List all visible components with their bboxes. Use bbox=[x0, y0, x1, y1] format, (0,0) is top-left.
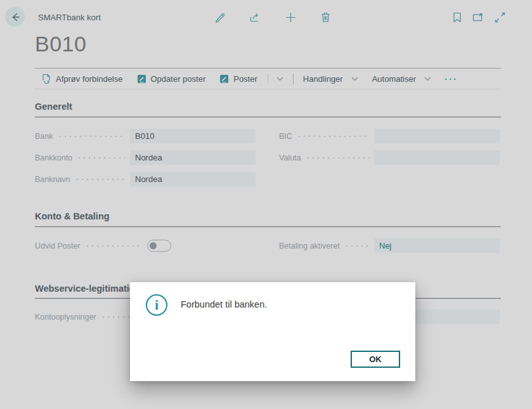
open-in-window-icon[interactable] bbox=[472, 11, 484, 23]
dialog-message: Forbundet til banken. bbox=[181, 299, 267, 309]
betaling-aktiveret-label: Betaling aktiveret bbox=[279, 242, 340, 250]
delete-trash-icon[interactable] bbox=[319, 11, 332, 23]
smartbank-card-page: SMARTbank kort B010 Afprøv forbindelse bbox=[0, 0, 532, 409]
dotted-leader bbox=[79, 157, 125, 159]
udvid-poster-toggle[interactable] bbox=[147, 240, 171, 252]
banknavn-label: Banknavn bbox=[35, 175, 70, 184]
field-row-bank: Bank B010 bbox=[35, 129, 256, 143]
info-dialog: i Forbundet til banken. OK bbox=[130, 282, 415, 381]
betaling-aktiveret-value: Nej bbox=[379, 241, 392, 250]
section-rule bbox=[35, 117, 501, 117]
bookmark-icon[interactable] bbox=[451, 11, 464, 23]
update-entries-icon bbox=[137, 74, 146, 84]
update-entries-label: Opdater poster bbox=[151, 74, 206, 84]
test-connection-icon bbox=[42, 74, 51, 84]
entries-icon bbox=[219, 74, 229, 84]
field-row-udvid-poster: Udvid Poster bbox=[35, 238, 256, 253]
udvid-poster-label: Udvid Poster bbox=[35, 242, 81, 250]
test-connection-label: Afprøv forbindelse bbox=[56, 74, 123, 84]
valuta-input[interactable] bbox=[374, 150, 500, 165]
toggle-knob bbox=[150, 242, 157, 249]
expand-icon[interactable] bbox=[493, 11, 506, 23]
automate-label: Automatiser bbox=[372, 74, 416, 84]
info-icon: i bbox=[146, 294, 167, 316]
page-caption: SMARTbank kort bbox=[38, 13, 101, 22]
ok-button[interactable]: OK bbox=[351, 351, 400, 368]
dotted-leader bbox=[308, 157, 369, 159]
entries-chevron-down-icon[interactable] bbox=[276, 77, 283, 81]
section-title-general[interactable]: Generelt bbox=[35, 101, 72, 112]
entries-button[interactable]: Poster bbox=[212, 68, 290, 89]
dotted-leader bbox=[346, 245, 369, 247]
section-title-account-payment[interactable]: Konto & Betaling bbox=[35, 211, 110, 221]
edit-pencil-icon[interactable] bbox=[214, 11, 226, 23]
actions-label: Handlinger bbox=[303, 74, 343, 84]
kontooplysninger-label: Kontooplysninger bbox=[35, 313, 96, 321]
field-row-valuta: Valuta bbox=[279, 150, 500, 165]
back-button[interactable] bbox=[5, 7, 25, 27]
field-row-banknavn: Banknavn Nordea bbox=[35, 172, 256, 186]
dotted-leader bbox=[77, 179, 125, 180]
split-divider bbox=[268, 74, 268, 84]
field-row-bankkonto: Bankkonto Nordea bbox=[35, 150, 256, 165]
update-entries-button[interactable]: Opdater poster bbox=[130, 68, 213, 89]
bank-input[interactable]: B010 bbox=[130, 129, 256, 143]
field-row-bic: BIC bbox=[279, 129, 500, 143]
valuta-label: Valuta bbox=[279, 153, 301, 162]
action-bar: Afprøv forbindelse Opdater poster Poster… bbox=[35, 68, 501, 89]
dotted-leader bbox=[60, 136, 126, 137]
bic-input[interactable] bbox=[374, 129, 500, 143]
bank-label: Bank bbox=[35, 132, 53, 141]
section-rule bbox=[35, 226, 501, 227]
entries-label: Poster bbox=[233, 74, 257, 84]
bankkonto-label: Bankkonto bbox=[35, 153, 72, 162]
automate-menu-button[interactable]: Automatiser bbox=[365, 68, 438, 89]
actions-menu-button[interactable]: Handlinger bbox=[296, 68, 365, 89]
bic-label: BIC bbox=[279, 132, 292, 141]
dotted-leader bbox=[87, 245, 141, 247]
field-row-betaling-aktiveret: Betaling aktiveret Nej bbox=[279, 238, 500, 253]
banknavn-input[interactable]: Nordea bbox=[130, 172, 256, 186]
back-arrow-icon bbox=[10, 12, 20, 22]
record-title: B010 bbox=[35, 32, 86, 56]
actions-chevron-down-icon bbox=[351, 77, 358, 81]
dotted-leader bbox=[299, 136, 369, 137]
share-icon[interactable] bbox=[249, 11, 261, 23]
add-new-icon[interactable] bbox=[284, 11, 297, 23]
automate-chevron-down-icon bbox=[424, 77, 431, 81]
test-connection-button[interactable]: Afprøv forbindelse bbox=[35, 68, 130, 89]
bankkonto-input[interactable]: Nordea bbox=[130, 150, 256, 165]
actionbar-divider bbox=[293, 74, 294, 84]
betaling-aktiveret-select[interactable]: Nej bbox=[374, 238, 500, 253]
more-options-button[interactable]: ··· bbox=[438, 74, 464, 84]
